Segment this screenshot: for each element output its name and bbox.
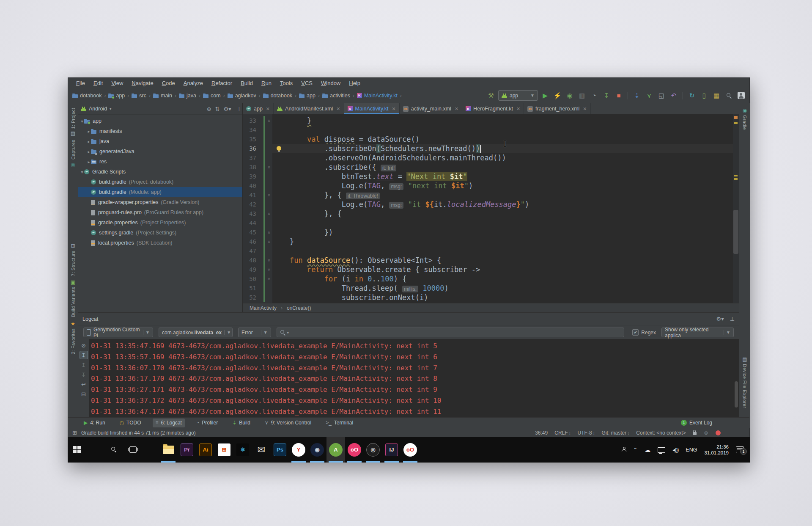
menu-tools[interactable]: Tools xyxy=(276,79,296,88)
menu-view[interactable]: View xyxy=(107,79,127,88)
network-icon[interactable] xyxy=(658,447,665,453)
taskbar-search-button[interactable] xyxy=(105,437,123,463)
code-line-38[interactable]: 38∨ .subscribe({ it: Int! xyxy=(243,162,733,172)
tool-window-button-9-version-control[interactable]: ⋎9: Version Control xyxy=(262,419,314,427)
taskbar-app-intellij-idea[interactable]: IJ xyxy=(382,437,401,463)
code-line-47[interactable]: 47 xyxy=(243,246,733,256)
tree-arrow-icon[interactable]: ▾ xyxy=(80,170,84,174)
tree-item-gradle-scripts[interactable]: ▾Gradle Scripts xyxy=(78,167,242,177)
menu-edit[interactable]: Edit xyxy=(90,79,107,88)
fold-icon[interactable]: ∨ xyxy=(266,190,272,200)
stop-icon[interactable]: ■ xyxy=(614,91,624,101)
locate-icon[interactable]: ⊕ xyxy=(207,106,211,112)
print-icon[interactable]: ⊟ xyxy=(80,390,88,398)
breadcrumb-method[interactable]: onCreate() xyxy=(287,305,311,311)
event-log-button[interactable]: 1Event Log xyxy=(681,420,712,426)
update-project-icon[interactable]: ⇣ xyxy=(632,91,642,101)
fold-icon[interactable]: ∧ xyxy=(266,209,272,218)
log-level-selector[interactable]: Error ▼ xyxy=(238,328,271,337)
soft-wraps-icon[interactable]: ↩ xyxy=(80,380,88,388)
tree-item-gradle-properties-project-properties[interactable]: gradle.properties(Project Properties) xyxy=(78,218,242,228)
taskbar-app-genymotion[interactable]: oO xyxy=(345,437,364,463)
close-icon[interactable]: ✕ xyxy=(392,106,396,112)
breadcrumb-item-main[interactable]: main xyxy=(152,92,173,99)
menu-code[interactable]: Code xyxy=(158,79,179,88)
dock-icon[interactable]: ⊥ xyxy=(730,316,735,322)
attach-profiler-icon[interactable]: ◔ xyxy=(589,91,599,101)
log-line[interactable]: 01-31 13:36:17.170 4673-4673/com.agladko… xyxy=(91,373,730,384)
tree-arrow-icon[interactable]: ▾ xyxy=(80,119,84,124)
git-branch-selector[interactable]: Git: master ↕ xyxy=(602,430,630,436)
fold-icon[interactable]: ∨ xyxy=(266,162,272,172)
code-line-45[interactable]: 45∧ }) xyxy=(243,228,733,237)
breadcrumb-item-mainactivity-kt[interactable]: MainActivity.kt xyxy=(356,92,398,99)
breadcrumb-item-src[interactable]: src xyxy=(131,92,147,99)
editor-scrollbar-thumb[interactable] xyxy=(733,210,738,254)
tab-mainactivity-kt[interactable]: MainActivity.kt✕ xyxy=(344,103,400,114)
rollback-icon[interactable]: ↶ xyxy=(669,91,679,101)
line-separator-selector[interactable]: CRLF ↕ xyxy=(554,430,571,436)
code-line-40[interactable]: 40 Log.e(TAG, msg: "next int $it") xyxy=(243,181,733,190)
stripe-button-7-structure[interactable]: ⊞7: Structure xyxy=(68,243,78,276)
menu-analyze[interactable]: Analyze xyxy=(180,79,207,88)
search-everywhere-icon[interactable] xyxy=(724,91,734,101)
tab-fragment-hero-xml[interactable]: fragment_hero.xml✕ xyxy=(524,103,590,114)
tree-item-settings-gradle-project-settings[interactable]: settings.gradle(Project Settings) xyxy=(78,228,242,238)
taskbar-app-photoshop[interactable]: Ps xyxy=(271,437,289,463)
breadcrumb-item-app[interactable]: app xyxy=(298,92,316,99)
logcat-scrollbar-thumb[interactable] xyxy=(735,381,738,408)
fold-icon[interactable]: ∧ xyxy=(266,237,272,246)
breadcrumb-item-java[interactable]: java xyxy=(178,92,197,99)
menu-build[interactable]: Build xyxy=(237,79,257,88)
tray-chevron-icon[interactable]: ⌃ xyxy=(633,447,637,453)
menu-window[interactable]: Window xyxy=(317,79,344,88)
stripe-button-1-project[interactable]: 1: Project▤ xyxy=(68,108,78,136)
encoding-selector[interactable]: UTF-8 ↕ xyxy=(578,430,595,436)
down-stack-trace-icon[interactable]: ↧ xyxy=(80,370,88,379)
run-icon[interactable]: ▶ xyxy=(540,91,550,101)
code-line-50[interactable]: 50∨ for (i in 0..100) { xyxy=(243,274,733,284)
breadcrumb-item-activities[interactable]: activities xyxy=(321,92,351,99)
collapse-all-icon[interactable]: ⇅ xyxy=(215,106,220,112)
taskbar-app-mail[interactable]: ✉ xyxy=(252,437,271,463)
menu-refactor[interactable]: Refactor xyxy=(208,79,236,88)
log-line[interactable]: 01-31 13:36:07.170 4673-4673/com.agladko… xyxy=(91,363,730,374)
close-icon[interactable]: ✕ xyxy=(266,106,270,112)
people-icon[interactable] xyxy=(622,448,626,452)
notification-dot-icon[interactable] xyxy=(716,430,721,435)
device-selector[interactable]: Genymotion Custom Pl ▼ xyxy=(83,328,153,337)
sdk-manager-icon[interactable]: ▦ xyxy=(711,91,721,101)
error-stripe[interactable] xyxy=(733,114,739,312)
tree-item-java[interactable]: ▸java xyxy=(78,136,242,146)
tree-item-manifests[interactable]: ▸manifests xyxy=(78,126,242,136)
tree-item-build-gradle-module-app[interactable]: build.gradle(Module: app) xyxy=(78,187,242,197)
stripe-button-2-favorites[interactable]: ★2: Favorites xyxy=(68,321,78,354)
logcat-search-input[interactable]: ▾ xyxy=(277,328,625,337)
close-icon[interactable]: ✕ xyxy=(516,106,520,112)
tool-window-button-4-run[interactable]: ▶4: Run xyxy=(81,419,108,427)
taskbar-app-file-explorer[interactable] xyxy=(159,437,178,463)
code-line-33[interactable]: 33∧ } xyxy=(243,116,733,125)
language-indicator[interactable]: ENG xyxy=(686,447,697,453)
process-selector[interactable]: com.agladkov.livedata_ex ▼ xyxy=(159,328,233,337)
regex-checkbox[interactable]: ✓ xyxy=(632,329,639,336)
code-line-43[interactable]: 43∧ }, { xyxy=(243,209,733,218)
scroll-to-end-icon[interactable]: ↧ xyxy=(80,351,88,359)
intention-bulb-icon[interactable] xyxy=(277,146,281,151)
menu-vcs[interactable]: VCS xyxy=(297,79,316,88)
attach-debugger-icon[interactable]: ↧ xyxy=(601,91,612,101)
settings-icon[interactable]: ⚙▾ xyxy=(223,106,231,112)
stripe-button-device-file-explorer[interactable]: ▤Device File Explorer xyxy=(739,357,750,408)
context-selector[interactable]: Context: <no context> xyxy=(636,430,686,436)
taskbar-app-illustrator[interactable]: Ai xyxy=(196,437,215,463)
menu-run[interactable]: Run xyxy=(258,79,275,88)
code-line-46[interactable]: 46∧ } xyxy=(243,237,733,246)
tree-item-app[interactable]: ▾app xyxy=(78,116,242,126)
code-area[interactable]: 33∧ }3435 val dispose = dataSource()36 .… xyxy=(243,114,739,303)
code-line-51[interactable]: 51 Thread.sleep( millis: 10000) xyxy=(243,284,733,293)
breadcrumb-item-app[interactable]: app xyxy=(107,92,126,99)
tree-arrow-icon[interactable]: ▸ xyxy=(87,139,91,144)
code-line-34[interactable]: 34 xyxy=(243,125,733,135)
caret-position[interactable]: 36:49 xyxy=(535,430,548,436)
tab-app[interactable]: app✕ xyxy=(243,103,274,114)
